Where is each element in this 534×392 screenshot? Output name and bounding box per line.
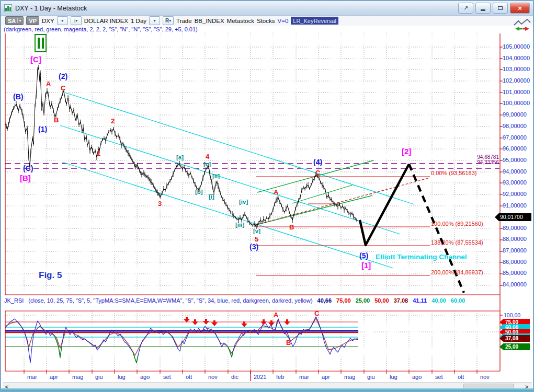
wave-label: [c] (203, 162, 211, 168)
rsi-value: 75,00 (336, 297, 351, 304)
price-axis-label: 93,00000 (503, 180, 527, 186)
month-label: nov (208, 374, 218, 380)
price-axis-label: 98,00000 (503, 123, 527, 129)
wave-label: [iii] (235, 222, 244, 228)
rsi-level-tag: 25,00 (499, 343, 530, 350)
price-axis-label: 95,00000 (503, 157, 527, 163)
last-price-tag: 90,01700 (495, 213, 531, 221)
month-label: set (163, 374, 171, 380)
fib-level-label: 138,20% (87,55534) (431, 240, 483, 246)
rsi-value: 41,11 (413, 297, 427, 304)
price-axis-label: 101,00000 (503, 89, 530, 95)
wave-label: [ii] (212, 174, 220, 180)
price-axis-label: 94,00000 (503, 169, 527, 175)
price-axis-label: 104,00000 (503, 55, 530, 61)
month-label: ago (412, 374, 422, 380)
price-axis-label: 96,00000 (503, 146, 527, 152)
price-axis-label: 105,00000 (503, 44, 530, 50)
wave-label: (5) (359, 252, 368, 259)
rsi-value: 50,00 (374, 297, 389, 304)
rsi-value: 37,08 (394, 297, 408, 304)
wave-label: (1) (38, 125, 47, 133)
wave-label: B (289, 224, 294, 230)
price-axis-label: 102,00000 (503, 78, 530, 84)
wave-II-box (35, 34, 47, 52)
price-axis-label: 92,00000 (503, 191, 527, 197)
wave-label: [i] (209, 194, 214, 200)
wave-label: B (54, 117, 59, 123)
rsi-value: 60,00 (451, 297, 465, 304)
chart-client-area[interactable]: 105,00000104,00000103,00000102,00000101,… (1, 1, 533, 391)
wave-label: C (315, 169, 320, 176)
wave-label: Fig. 5 (39, 271, 62, 280)
month-label: lug (390, 374, 397, 380)
wave-label: (C) (23, 165, 33, 172)
month-label: feb (276, 374, 284, 380)
metastock-window: DXY - 1 Day - Metastock ↗ × SA▾ VP DXY ▾… (0, 0, 534, 392)
resistance-level-label: 94,33356 (472, 160, 499, 165)
month-label: mag (344, 374, 355, 380)
month-label: mar (27, 374, 37, 380)
rsi-value: 40,66 (317, 297, 332, 304)
price-axis-label: 88,00000 (503, 236, 527, 242)
wave-label: C (61, 85, 65, 91)
month-label: ott (458, 374, 464, 380)
chart-canvas (1, 1, 534, 392)
price-axis-label: 87,00000 (503, 248, 527, 253)
wave-label: [C] (30, 55, 41, 63)
price-axis-label: 85,00000 (503, 270, 527, 276)
window-bottom-edge (1, 388, 533, 391)
rsi-100-label: 100,00 (504, 313, 520, 318)
wave-label: [2] (402, 147, 411, 155)
wave-label: 4 (206, 153, 209, 160)
price-axis-label: 97,00000 (503, 135, 527, 141)
month-label: giu (367, 374, 375, 380)
wave-label: (B) (13, 93, 23, 100)
month-label: nov (480, 374, 490, 380)
price-axis-label: 84,00000 (503, 282, 527, 287)
month-label: apr (322, 374, 330, 380)
price-axis-label: 91,00000 (503, 203, 527, 209)
rsi-args: (close, 10, 25, 75, "S", 5, "TypMA:S=SMA… (28, 297, 312, 304)
wave-label: B (286, 339, 291, 346)
fib-level-label: 0,00% (93,56183) (431, 170, 476, 176)
wave-label: (3) (249, 243, 258, 250)
month-label: ott (186, 374, 192, 380)
wave-label: 3 (158, 200, 162, 207)
month-label: ago (140, 374, 150, 380)
price-axis-label: 100,00000 (503, 100, 530, 106)
wave-label: [B] (20, 174, 31, 182)
price-axis-label: 103,00000 (503, 66, 530, 72)
fib-level-label: 100,00% (89,21560) (431, 221, 483, 227)
price-axis-label: 86,00000 (503, 259, 527, 265)
wave-label: [iv] (239, 199, 248, 205)
month-label: mag (72, 374, 83, 380)
price-axis-label: 89,00000 (503, 225, 527, 231)
wave-label: 1 (97, 150, 100, 157)
month-label: mar (299, 374, 309, 380)
wave-label: A (274, 189, 278, 195)
rsi-values: 40,6675,0025,0050,0037,0841,1140,0060,00 (317, 297, 465, 304)
rsi-level-tag: 37,08 (499, 335, 530, 342)
wave-label: (4) (313, 158, 322, 166)
month-label: set (435, 374, 443, 380)
wave-label: [1] (361, 261, 371, 269)
wave-label: 5 (255, 236, 258, 243)
wave-label: A (274, 312, 278, 318)
price-axis-label: 99,00000 (503, 112, 527, 118)
wave-label: 2 (111, 118, 115, 124)
month-label: apr (50, 374, 58, 380)
wave-label: (2) (59, 73, 67, 80)
wave-label: [b] (195, 189, 203, 195)
month-label: lug (118, 374, 126, 380)
fib-level-label: 200,00% (84,86937) (431, 270, 483, 275)
rsi-value: 40,00 (431, 297, 446, 304)
wave-label: [v] (253, 228, 260, 235)
wave-label: C (314, 310, 319, 317)
month-label: giu (95, 374, 103, 380)
wave-label: [a] (176, 155, 184, 161)
rsi-params: JK_RSI(close, 10, 25, 75, "S", 5, "TypMA… (4, 297, 465, 304)
rsi-name: JK_RSI (4, 297, 24, 304)
month-label: 2021 (254, 374, 266, 380)
rsi-value: 25,00 (356, 297, 370, 304)
